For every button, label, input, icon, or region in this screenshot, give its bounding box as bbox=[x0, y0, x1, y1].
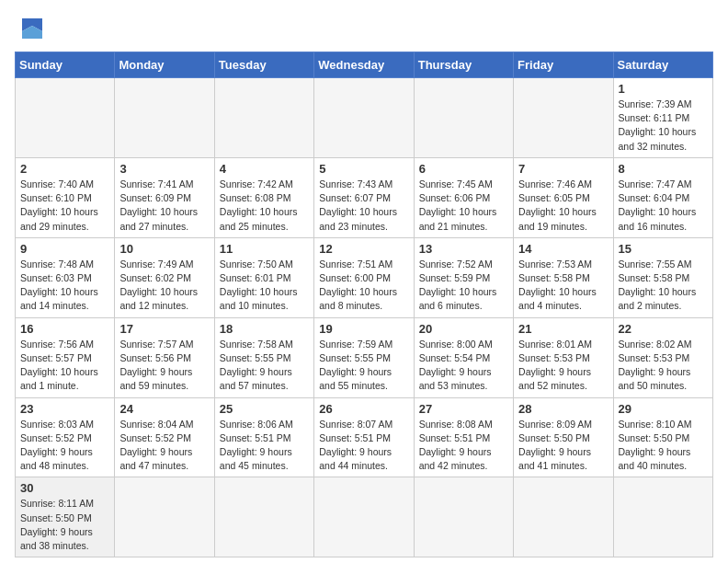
day-number: 18 bbox=[220, 322, 309, 336]
day-of-week-header: Tuesday bbox=[214, 52, 313, 78]
calendar-day-cell bbox=[115, 78, 214, 158]
day-number: 2 bbox=[20, 162, 109, 176]
calendar-week-row: 9Sunrise: 7:48 AM Sunset: 6:03 PM Daylig… bbox=[16, 237, 713, 317]
day-number: 4 bbox=[220, 162, 309, 176]
calendar-day-cell: 25Sunrise: 8:06 AM Sunset: 5:51 PM Dayli… bbox=[214, 397, 313, 477]
day-info: Sunrise: 7:55 AM Sunset: 5:58 PM Dayligh… bbox=[619, 258, 708, 314]
day-info: Sunrise: 7:43 AM Sunset: 6:07 PM Dayligh… bbox=[319, 178, 408, 234]
calendar-week-row: 1Sunrise: 7:39 AM Sunset: 6:11 PM Daylig… bbox=[16, 78, 713, 158]
day-number: 6 bbox=[419, 162, 508, 176]
day-number: 24 bbox=[119, 402, 209, 416]
calendar-day-cell: 26Sunrise: 8:07 AM Sunset: 5:51 PM Dayli… bbox=[314, 397, 414, 477]
day-number: 25 bbox=[220, 402, 309, 416]
day-info: Sunrise: 8:10 AM Sunset: 5:50 PM Dayligh… bbox=[619, 418, 708, 474]
day-info: Sunrise: 7:49 AM Sunset: 6:02 PM Dayligh… bbox=[119, 258, 209, 314]
day-number: 12 bbox=[319, 242, 408, 256]
calendar-day-cell bbox=[214, 78, 313, 158]
calendar-day-cell: 9Sunrise: 7:48 AM Sunset: 6:03 PM Daylig… bbox=[16, 237, 115, 317]
calendar-day-cell bbox=[314, 477, 414, 557]
day-info: Sunrise: 7:39 AM Sunset: 6:11 PM Dayligh… bbox=[619, 98, 708, 154]
day-number: 19 bbox=[319, 322, 408, 336]
calendar-header-row: SundayMondayTuesdayWednesdayThursdayFrid… bbox=[16, 52, 713, 78]
calendar-day-cell: 17Sunrise: 7:57 AM Sunset: 5:56 PM Dayli… bbox=[115, 317, 214, 397]
calendar-day-cell bbox=[16, 78, 115, 158]
calendar-day-cell bbox=[613, 477, 712, 557]
logo bbox=[15, 15, 51, 42]
calendar-day-cell: 24Sunrise: 8:04 AM Sunset: 5:52 PM Dayli… bbox=[115, 397, 214, 477]
day-info: Sunrise: 7:45 AM Sunset: 6:06 PM Dayligh… bbox=[419, 178, 508, 234]
day-info: Sunrise: 7:42 AM Sunset: 6:08 PM Dayligh… bbox=[220, 178, 309, 234]
calendar-day-cell: 28Sunrise: 8:09 AM Sunset: 5:50 PM Dayli… bbox=[514, 397, 613, 477]
day-info: Sunrise: 7:52 AM Sunset: 5:59 PM Dayligh… bbox=[419, 258, 508, 314]
calendar-day-cell bbox=[414, 78, 513, 158]
day-number: 9 bbox=[20, 242, 109, 256]
day-info: Sunrise: 7:56 AM Sunset: 5:57 PM Dayligh… bbox=[20, 338, 109, 394]
calendar-day-cell: 12Sunrise: 7:51 AM Sunset: 6:00 PM Dayli… bbox=[314, 237, 414, 317]
calendar-day-cell: 23Sunrise: 8:03 AM Sunset: 5:52 PM Dayli… bbox=[16, 397, 115, 477]
day-number: 7 bbox=[518, 162, 608, 176]
day-number: 14 bbox=[518, 242, 608, 256]
day-number: 1 bbox=[619, 82, 708, 96]
day-number: 16 bbox=[20, 322, 109, 336]
calendar-day-cell bbox=[115, 477, 214, 557]
day-number: 3 bbox=[119, 162, 209, 176]
day-info: Sunrise: 8:06 AM Sunset: 5:51 PM Dayligh… bbox=[220, 418, 309, 474]
calendar-day-cell: 15Sunrise: 7:55 AM Sunset: 5:58 PM Dayli… bbox=[613, 237, 712, 317]
calendar-day-cell: 11Sunrise: 7:50 AM Sunset: 6:01 PM Dayli… bbox=[214, 237, 313, 317]
calendar-day-cell: 14Sunrise: 7:53 AM Sunset: 5:58 PM Dayli… bbox=[514, 237, 613, 317]
calendar-day-cell: 1Sunrise: 7:39 AM Sunset: 6:11 PM Daylig… bbox=[613, 78, 712, 158]
calendar-day-cell bbox=[214, 477, 313, 557]
calendar-day-cell: 29Sunrise: 8:10 AM Sunset: 5:50 PM Dayli… bbox=[613, 397, 712, 477]
calendar-day-cell: 13Sunrise: 7:52 AM Sunset: 5:59 PM Dayli… bbox=[414, 237, 513, 317]
calendar-day-cell: 2Sunrise: 7:40 AM Sunset: 6:10 PM Daylig… bbox=[16, 157, 115, 237]
day-info: Sunrise: 7:41 AM Sunset: 6:09 PM Dayligh… bbox=[119, 178, 209, 234]
calendar: SundayMondayTuesdayWednesdayThursdayFrid… bbox=[15, 52, 713, 557]
calendar-day-cell bbox=[514, 78, 613, 158]
calendar-day-cell bbox=[514, 477, 613, 557]
calendar-week-row: 23Sunrise: 8:03 AM Sunset: 5:52 PM Dayli… bbox=[16, 397, 713, 477]
calendar-day-cell bbox=[314, 78, 414, 158]
day-of-week-header: Friday bbox=[514, 52, 613, 78]
day-of-week-header: Saturday bbox=[613, 52, 712, 78]
day-info: Sunrise: 8:01 AM Sunset: 5:53 PM Dayligh… bbox=[518, 338, 608, 394]
day-of-week-header: Thursday bbox=[414, 52, 513, 78]
day-number: 17 bbox=[119, 322, 209, 336]
day-info: Sunrise: 7:46 AM Sunset: 6:05 PM Dayligh… bbox=[518, 178, 608, 234]
day-number: 27 bbox=[419, 402, 508, 416]
calendar-day-cell: 16Sunrise: 7:56 AM Sunset: 5:57 PM Dayli… bbox=[16, 317, 115, 397]
day-number: 22 bbox=[619, 322, 708, 336]
day-info: Sunrise: 7:51 AM Sunset: 6:00 PM Dayligh… bbox=[319, 258, 408, 314]
day-info: Sunrise: 8:11 AM Sunset: 5:50 PM Dayligh… bbox=[20, 497, 109, 553]
calendar-day-cell bbox=[414, 477, 513, 557]
calendar-day-cell: 8Sunrise: 7:47 AM Sunset: 6:04 PM Daylig… bbox=[613, 157, 712, 237]
calendar-day-cell: 4Sunrise: 7:42 AM Sunset: 6:08 PM Daylig… bbox=[214, 157, 313, 237]
calendar-day-cell: 22Sunrise: 8:02 AM Sunset: 5:53 PM Dayli… bbox=[613, 317, 712, 397]
day-number: 21 bbox=[518, 322, 608, 336]
calendar-week-row: 30Sunrise: 8:11 AM Sunset: 5:50 PM Dayli… bbox=[16, 477, 713, 557]
calendar-day-cell: 7Sunrise: 7:46 AM Sunset: 6:05 PM Daylig… bbox=[514, 157, 613, 237]
day-info: Sunrise: 8:00 AM Sunset: 5:54 PM Dayligh… bbox=[419, 338, 508, 394]
day-number: 10 bbox=[119, 242, 209, 256]
calendar-day-cell: 6Sunrise: 7:45 AM Sunset: 6:06 PM Daylig… bbox=[414, 157, 513, 237]
day-info: Sunrise: 7:58 AM Sunset: 5:55 PM Dayligh… bbox=[220, 338, 309, 394]
day-info: Sunrise: 7:47 AM Sunset: 6:04 PM Dayligh… bbox=[619, 178, 708, 234]
day-info: Sunrise: 7:53 AM Sunset: 5:58 PM Dayligh… bbox=[518, 258, 608, 314]
day-info: Sunrise: 8:02 AM Sunset: 5:53 PM Dayligh… bbox=[619, 338, 708, 394]
day-info: Sunrise: 8:07 AM Sunset: 5:51 PM Dayligh… bbox=[319, 418, 408, 474]
day-number: 30 bbox=[20, 481, 109, 495]
calendar-day-cell: 19Sunrise: 7:59 AM Sunset: 5:55 PM Dayli… bbox=[314, 317, 414, 397]
day-info: Sunrise: 7:40 AM Sunset: 6:10 PM Dayligh… bbox=[20, 178, 109, 234]
calendar-day-cell: 10Sunrise: 7:49 AM Sunset: 6:02 PM Dayli… bbox=[115, 237, 214, 317]
day-info: Sunrise: 8:08 AM Sunset: 5:51 PM Dayligh… bbox=[419, 418, 508, 474]
calendar-day-cell: 30Sunrise: 8:11 AM Sunset: 5:50 PM Dayli… bbox=[16, 477, 115, 557]
logo-icon bbox=[15, 15, 48, 42]
calendar-day-cell: 27Sunrise: 8:08 AM Sunset: 5:51 PM Dayli… bbox=[414, 397, 513, 477]
day-number: 15 bbox=[619, 242, 708, 256]
day-of-week-header: Sunday bbox=[16, 52, 115, 78]
day-number: 23 bbox=[20, 402, 109, 416]
day-number: 20 bbox=[419, 322, 508, 336]
calendar-week-row: 2Sunrise: 7:40 AM Sunset: 6:10 PM Daylig… bbox=[16, 157, 713, 237]
day-number: 28 bbox=[518, 402, 608, 416]
day-info: Sunrise: 8:04 AM Sunset: 5:52 PM Dayligh… bbox=[119, 418, 209, 474]
calendar-day-cell: 3Sunrise: 7:41 AM Sunset: 6:09 PM Daylig… bbox=[115, 157, 214, 237]
